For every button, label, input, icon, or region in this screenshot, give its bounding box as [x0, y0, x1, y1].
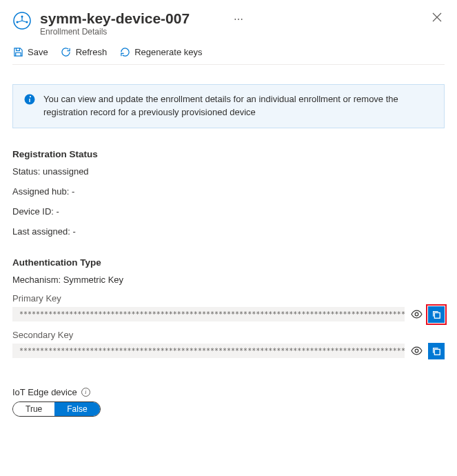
iot-edge-toggle[interactable]: True False [12, 401, 101, 417]
svg-rect-6 [434, 313, 440, 318]
secondary-key-field[interactable]: ****************************************… [12, 344, 405, 358]
status-value: unassigned [43, 166, 89, 177]
info-icon [24, 94, 35, 119]
copy-primary-key-button[interactable] [428, 306, 445, 323]
reveal-secondary-key-button[interactable] [410, 345, 423, 357]
last-assigned-value: - [72, 226, 75, 237]
iot-edge-false[interactable]: False [54, 402, 99, 416]
iot-edge-true[interactable]: True [13, 402, 54, 416]
assigned-hub-row: Assigned hub: - [12, 186, 445, 197]
refresh-label: Refresh [76, 47, 108, 57]
device-id-row: Device ID: - [12, 206, 445, 217]
page-title: symm-key-device-007 [40, 10, 227, 27]
more-button[interactable]: ⋯ [234, 14, 243, 25]
refresh-button[interactable]: Refresh [61, 46, 108, 57]
info-notice: You can view and update the enrollment d… [12, 84, 445, 128]
svg-point-5 [415, 313, 418, 317]
primary-key-field[interactable]: ****************************************… [12, 307, 405, 321]
save-icon [12, 46, 23, 57]
info-circle-icon[interactable]: i [81, 388, 90, 397]
refresh-icon [61, 46, 72, 57]
last-assigned-row: Last assigned: - [12, 226, 445, 237]
device-id-label: Device ID: [12, 206, 54, 217]
regenerate-keys-button[interactable]: Regenerate keys [119, 46, 202, 57]
assigned-hub-label: Assigned hub: [12, 186, 69, 197]
mechanism-row: Mechanism: Symmetric Key [12, 275, 445, 285]
save-label: Save [28, 47, 48, 57]
status-row: Status: unassigned [12, 166, 445, 177]
save-button[interactable]: Save [12, 46, 48, 57]
secondary-key-label: Secondary Key [12, 330, 445, 340]
registration-status-heading: Registration Status [12, 149, 445, 159]
device-id-value: - [57, 206, 59, 217]
authentication-type-heading: Authentication Type [12, 257, 445, 268]
info-text: You can view and update the enrollment d… [43, 93, 433, 119]
iot-edge-label: IoT Edge device [12, 387, 77, 397]
svg-rect-8 [434, 349, 440, 355]
assigned-hub-value: - [72, 186, 74, 197]
svg-point-7 [415, 350, 418, 353]
regenerate-icon [119, 46, 130, 57]
iot-edge-label-row: IoT Edge device i [12, 387, 445, 397]
copy-secondary-key-button[interactable] [428, 343, 445, 359]
primary-key-label: Primary Key [12, 293, 445, 304]
close-button[interactable] [429, 10, 445, 27]
regenerate-label: Regenerate keys [134, 47, 202, 57]
mechanism-label: Mechanism: [12, 275, 61, 285]
header: symm-key-device-007 Enrollment Details ⋯ [12, 10, 445, 37]
secondary-key-row: ****************************************… [12, 343, 445, 359]
primary-key-row: ****************************************… [12, 306, 445, 323]
page-subtitle: Enrollment Details [40, 27, 227, 37]
last-assigned-label: Last assigned: [12, 226, 70, 237]
mechanism-value: Symmetric Key [63, 275, 123, 285]
toolbar: Save Refresh Regenerate keys [12, 46, 445, 65]
reveal-primary-key-button[interactable] [410, 308, 423, 321]
status-label: Status: [12, 166, 40, 177]
enrollment-icon [12, 11, 32, 30]
